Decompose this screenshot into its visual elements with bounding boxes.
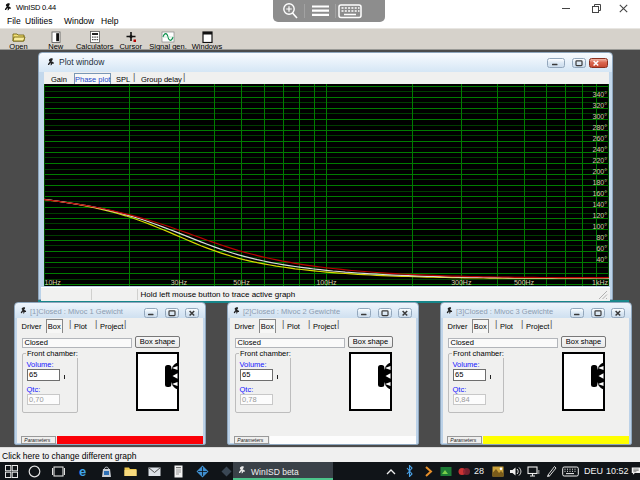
svg-text:10Hz: 10Hz xyxy=(45,279,62,286)
svg-text:40°: 40° xyxy=(596,256,607,263)
svg-text:160°: 160° xyxy=(593,190,608,197)
svg-text:300Hz: 300Hz xyxy=(451,279,472,286)
svg-text:500Hz: 500Hz xyxy=(514,279,535,286)
svg-text:180°: 180° xyxy=(593,179,608,186)
svg-text:240°: 240° xyxy=(593,146,608,153)
svg-text:200°: 200° xyxy=(593,168,608,175)
svg-text:280°: 280° xyxy=(593,124,608,131)
svg-text:30Hz: 30Hz xyxy=(171,279,188,286)
svg-text:80°: 80° xyxy=(596,234,607,241)
svg-text:220°: 220° xyxy=(593,157,608,164)
svg-text:140°: 140° xyxy=(593,201,608,208)
svg-text:e: e xyxy=(79,465,86,478)
svg-text:120°: 120° xyxy=(593,212,608,219)
svg-text:260°: 260° xyxy=(593,135,608,142)
svg-text:320°: 320° xyxy=(593,102,608,109)
svg-text:50Hz: 50Hz xyxy=(233,279,250,286)
svg-text:100°: 100° xyxy=(593,223,608,230)
svg-text:340°: 340° xyxy=(593,91,608,98)
svg-text:1kHz: 1kHz xyxy=(592,279,608,286)
svg-text:60°: 60° xyxy=(596,245,607,252)
svg-text:100Hz: 100Hz xyxy=(316,279,337,286)
svg-text:300°: 300° xyxy=(593,113,608,120)
